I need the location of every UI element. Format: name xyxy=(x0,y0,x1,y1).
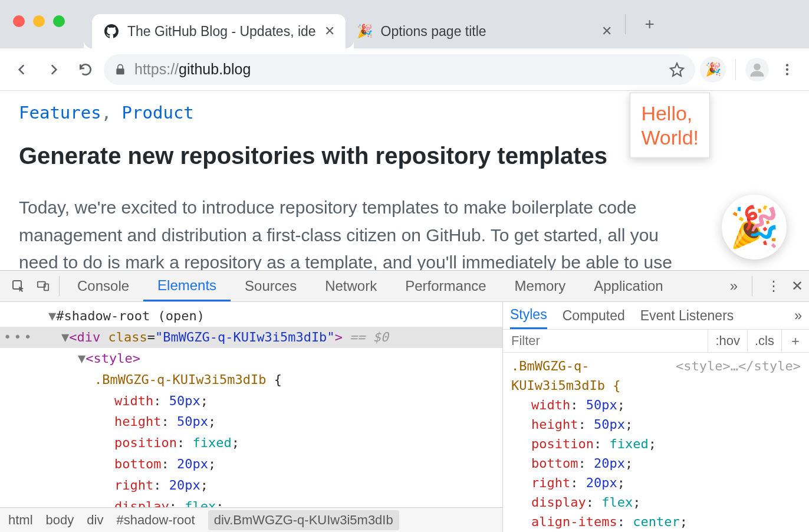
cls-toggle[interactable]: .cls xyxy=(747,330,781,352)
devtools-kebab-icon[interactable]: ⋮ xyxy=(767,278,781,294)
devtools-tab-sources[interactable]: Sources xyxy=(231,271,311,301)
tab-title: Options page title xyxy=(381,24,593,40)
profile-avatar[interactable] xyxy=(745,58,769,81)
floating-badge[interactable]: 🎉 xyxy=(722,195,787,260)
browser-toolbar: https://github.blog 🎉 xyxy=(0,48,809,91)
gutter-dots-icon[interactable]: ••• xyxy=(4,328,34,347)
bookmark-star-icon[interactable] xyxy=(669,62,685,77)
browser-tabstrip: The GitHub Blog - Updates, ide ✕ 🎉 Optio… xyxy=(0,0,809,48)
svg-point-2 xyxy=(786,68,788,70)
window-controls xyxy=(13,15,65,27)
svg-point-0 xyxy=(754,63,761,70)
dom-tree-pane: ▼#shadow-root (open) ••• ▼<div class="Bm… xyxy=(0,302,502,532)
forward-button[interactable] xyxy=(40,56,67,83)
party-icon: 🎉 xyxy=(357,24,373,39)
window-close-button[interactable] xyxy=(13,15,25,27)
lock-icon xyxy=(114,63,126,76)
devtools-tab-performance[interactable]: Performance xyxy=(391,271,500,301)
address-bar[interactable]: https://github.blog xyxy=(104,54,695,85)
tab-title: The GitHub Blog - Updates, ide xyxy=(127,24,316,40)
popup-line2: World! xyxy=(641,126,699,150)
url-text: https://github.blog xyxy=(134,61,661,78)
browser-tab-active[interactable]: The GitHub Blog - Updates, ide ✕ xyxy=(92,14,346,48)
svg-point-3 xyxy=(786,73,788,75)
dom-tree[interactable]: ▼#shadow-root (open) ••• ▼<div class="Bm… xyxy=(0,302,502,507)
reload-button[interactable] xyxy=(72,56,99,83)
extension-popup: Hello, World! xyxy=(630,93,710,158)
popup-line1: Hello, xyxy=(641,101,699,126)
github-icon xyxy=(104,24,119,39)
device-icon[interactable] xyxy=(31,280,55,293)
devtools-tabbar: Console Elements Sources Network Perform… xyxy=(0,271,809,302)
svg-point-1 xyxy=(786,64,788,66)
page-body: Today, we're excited to introduce reposi… xyxy=(19,194,673,270)
devtools-tab-memory[interactable]: Memory xyxy=(501,271,580,301)
browser-tab[interactable]: 🎉 Options page title ✕ xyxy=(346,14,623,48)
styles-tabbar: Styles Computed Event Listeners » xyxy=(503,302,809,330)
new-tab-button[interactable]: + xyxy=(639,13,661,35)
category-link[interactable]: Features xyxy=(19,103,101,123)
side-more-icon[interactable]: » xyxy=(794,308,802,324)
styles-rules[interactable]: <style>…</style> .BmWGZG-q-KUIw3i5m3dIb … xyxy=(503,353,809,532)
dom-breadcrumb[interactable]: html body div #shadow-root div.BmWGZG-q-… xyxy=(0,507,502,532)
styles-filter-row: :hov .cls ＋ xyxy=(503,330,809,353)
toolbar-separator xyxy=(735,59,736,80)
devtools-tab-network[interactable]: Network xyxy=(311,271,391,301)
side-tab-styles[interactable]: Styles xyxy=(510,307,547,329)
side-tab-computed[interactable]: Computed xyxy=(563,308,625,324)
kebab-menu-button[interactable] xyxy=(774,56,801,83)
new-rule-button[interactable]: ＋ xyxy=(781,330,809,352)
back-button[interactable] xyxy=(8,56,35,83)
devtools-tab-application[interactable]: Application xyxy=(580,271,677,301)
devtools-panel: Console Elements Sources Network Perform… xyxy=(0,270,809,532)
devtools-tab-console[interactable]: Console xyxy=(63,271,143,301)
window-minimize-button[interactable] xyxy=(33,15,45,27)
devtools-more-icon[interactable]: » xyxy=(730,278,738,294)
window-maximize-button[interactable] xyxy=(53,15,65,27)
extension-button[interactable]: 🎉 xyxy=(700,57,726,83)
tab-close-button[interactable]: ✕ xyxy=(324,24,335,39)
category-link[interactable]: Product xyxy=(122,103,194,123)
tab-close-button[interactable]: ✕ xyxy=(601,24,612,39)
styles-filter-input[interactable] xyxy=(503,333,708,349)
tab-separator xyxy=(625,14,626,34)
devtools-close-icon[interactable]: ✕ xyxy=(791,278,803,294)
inspect-icon[interactable] xyxy=(6,279,31,293)
hov-toggle[interactable]: :hov xyxy=(708,330,747,352)
devtools-tab-elements[interactable]: Elements xyxy=(143,271,231,301)
styles-pane: Styles Computed Event Listeners » :hov .… xyxy=(502,302,809,532)
source-link[interactable]: <style>…</style> xyxy=(676,356,801,376)
side-tab-listeners[interactable]: Event Listeners xyxy=(640,308,734,324)
